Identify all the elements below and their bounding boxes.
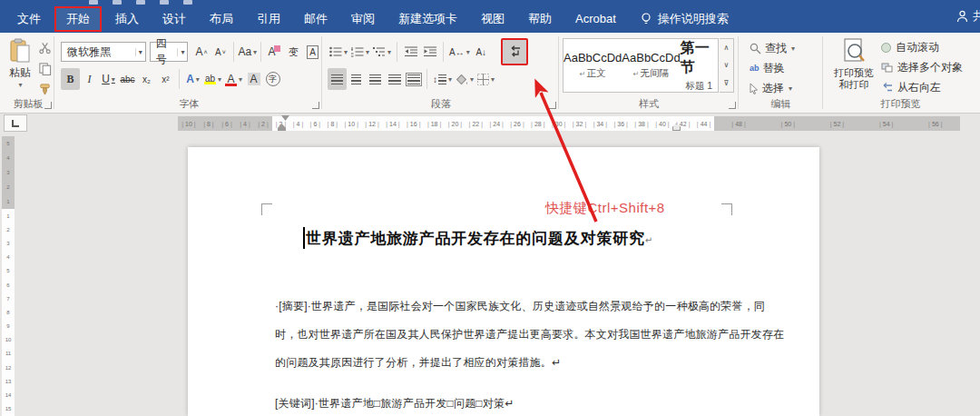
tab-newtab[interactable]: 新建选项卡	[387, 5, 469, 33]
cut-button[interactable]	[35, 39, 54, 55]
share-button[interactable]: 共享	[956, 8, 980, 25]
text-cursor	[303, 227, 305, 249]
strikethrough-button[interactable]: abc	[118, 68, 137, 90]
phonetic-guide-button[interactable]: 变	[284, 41, 303, 63]
styles-scroll-down-button[interactable]: ∨	[720, 56, 733, 74]
distribute-button[interactable]	[404, 68, 423, 90]
auto-scroll-button[interactable]: 自动滚动	[881, 40, 963, 55]
clear-formatting-button[interactable]: A	[265, 41, 284, 63]
character-border-button[interactable]: A	[303, 41, 322, 63]
document-title[interactable]: 世界遗产地旅游产品开发存在的问题及对策研究↵	[306, 228, 652, 249]
margin-corner-mark	[261, 203, 272, 215]
paragraph-mark: ↵	[645, 235, 652, 245]
body-line[interactable]: 时，也对世界遗产所在国及其人民保护世界遗产提出更高要求。本文对我国世界遗产地旅游…	[275, 327, 729, 342]
subscript-button[interactable]: x₂	[137, 68, 156, 90]
copy-button[interactable]	[35, 60, 54, 76]
ruler-text-area: 2468101214161820222426283032343638404244	[272, 116, 714, 131]
change-case-button[interactable]: Aa	[238, 41, 257, 63]
line-spacing-button[interactable]: ↕	[431, 68, 454, 90]
group-editing: 查找 ab 替换 选择 编辑	[739, 33, 823, 113]
asian-layout-button[interactable]: A↔	[447, 41, 472, 63]
multilevel-list-button[interactable]	[371, 41, 393, 63]
style-heading1[interactable]: 第一节 标题 1	[681, 39, 718, 92]
superscript-button[interactable]: x²	[156, 68, 175, 90]
format-painter-button[interactable]	[35, 81, 54, 97]
align-center-button[interactable]	[347, 68, 366, 90]
font-name-combo[interactable]: 微软雅黑▾	[61, 42, 146, 62]
vruler-text-area: 123456789101112131415	[2, 209, 15, 416]
bulleted-list-icon	[329, 46, 342, 57]
justify-button[interactable]	[385, 68, 404, 90]
tab-file[interactable]: 文件	[5, 5, 53, 33]
chevron-down-icon[interactable]: ▾	[135, 48, 142, 56]
borders-button[interactable]	[475, 68, 496, 90]
tab-layout[interactable]: 布局	[198, 5, 245, 33]
quick-access-toolbar[interactable]	[89, 0, 192, 5]
increase-indent-button[interactable]	[420, 41, 439, 63]
grow-font-button[interactable]: A˄	[191, 41, 211, 63]
character-shading-button[interactable]: A	[244, 68, 263, 90]
tab-review[interactable]: 审阅	[339, 5, 387, 33]
keywords-line[interactable]: [关键词]·世界遗产地□旅游产品开发□问题□对策↵	[275, 396, 729, 411]
clipboard-dialog-launcher[interactable]	[44, 102, 52, 109]
vertical-ruler[interactable]: 54321 123456789101112131415	[2, 136, 15, 416]
horizontal-ruler[interactable]: 108642 246810121416182022242628303234363…	[178, 116, 960, 131]
paste-button[interactable]: 粘贴	[6, 38, 34, 98]
styles-gallery-scroll: ∧ ∨ ⊽	[720, 38, 734, 93]
show-hide-marks-button[interactable]	[501, 38, 528, 65]
find-button[interactable]: 查找	[750, 40, 823, 56]
ruler-left-margin: 108642	[178, 116, 272, 131]
sort-button[interactable]: A↓	[472, 41, 491, 63]
tab-mailings[interactable]: 邮件	[292, 5, 339, 33]
decrease-indent-icon	[405, 46, 417, 57]
tell-me-search[interactable]: 操作说明搜索	[641, 11, 729, 27]
select-button[interactable]: 选择	[750, 80, 823, 96]
tab-help[interactable]: 帮助	[516, 5, 564, 33]
lightbulb-icon	[641, 13, 652, 26]
bullets-button[interactable]	[328, 41, 349, 63]
tab-design[interactable]: 设计	[151, 5, 198, 33]
bold-button[interactable]: B	[61, 68, 80, 90]
person-icon	[956, 10, 968, 23]
tab-view[interactable]: 视图	[469, 5, 516, 33]
select-multiple-objects-button[interactable]: 选择多个对象	[881, 60, 963, 75]
tab-acrobat[interactable]: Acrobat	[564, 5, 628, 33]
chevron-down-icon[interactable]: ▾	[177, 48, 184, 56]
font-color-button[interactable]: A	[223, 68, 244, 90]
shading-button[interactable]	[454, 68, 475, 90]
italic-button[interactable]: I	[80, 68, 99, 90]
left-indent-marker[interactable]	[278, 128, 286, 131]
styles-more-button[interactable]: ⊽	[720, 74, 733, 92]
replace-button[interactable]: ab 替换	[750, 60, 823, 76]
replace-icon: ab	[750, 64, 760, 73]
document-page[interactable]	[188, 147, 819, 416]
paragraph-dialog-launcher[interactable]	[549, 102, 556, 109]
decrease-indent-button[interactable]	[401, 41, 420, 63]
tab-selector[interactable]	[4, 114, 27, 132]
align-right-button[interactable]	[366, 68, 385, 90]
body-line[interactable]: ·[摘要]·世界遗产，是国际社会对一个国家民族文化、历史遗迹或自然景观给予的一种…	[275, 299, 729, 314]
clipboard-icon	[8, 38, 32, 65]
right-to-left-button[interactable]: 从右向左	[881, 80, 963, 95]
tab-insert[interactable]: 插入	[103, 5, 151, 33]
align-left-button[interactable]	[328, 68, 347, 90]
style-no-spacing[interactable]: AaBbCcDd ↵无间隔	[622, 39, 680, 92]
tab-references[interactable]: 引用	[245, 5, 292, 33]
styles-scroll-up-button[interactable]: ∧	[720, 39, 733, 56]
editing-group-label: 编辑	[739, 97, 823, 111]
style-normal[interactable]: AaBbCcDd ↵正文	[564, 39, 622, 92]
borders-grid-icon	[477, 74, 489, 85]
text-effects-button[interactable]: A	[183, 68, 202, 90]
numbering-button[interactable]	[349, 41, 371, 63]
enclose-characters-button[interactable]: 字	[263, 68, 282, 90]
styles-dialog-launcher[interactable]	[729, 102, 736, 109]
underline-button[interactable]: U	[99, 68, 118, 90]
shrink-font-button[interactable]: A˅	[211, 41, 230, 63]
highlight-color-button[interactable]: ab	[202, 68, 223, 90]
font-dialog-launcher[interactable]	[312, 102, 319, 109]
ruler-right-margin: 4850525456	[714, 116, 960, 131]
font-size-combo[interactable]: 四号▾	[150, 42, 189, 62]
print-preview-and-print-button[interactable]: 打印预览和打印	[830, 38, 877, 100]
tab-home[interactable]: 开始	[54, 6, 102, 32]
body-line[interactable]: 的问题及其原因进行了分析，并提出了相应的对策措施。↵	[275, 355, 729, 371]
